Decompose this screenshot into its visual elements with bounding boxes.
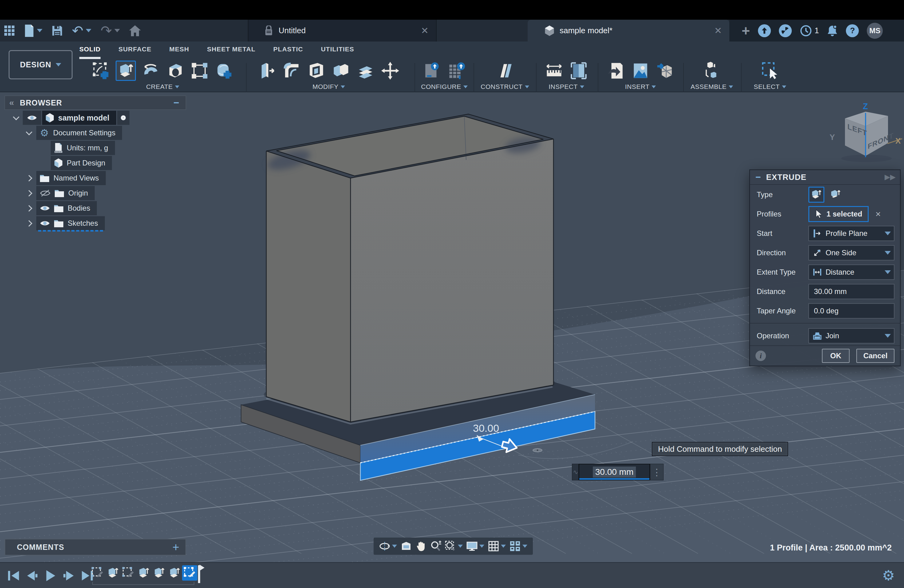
- app-grid-icon[interactable]: [4, 25, 15, 36]
- new-tab-plus-icon[interactable]: +: [742, 24, 750, 38]
- step-forward-icon[interactable]: [63, 569, 75, 582]
- timeline-extrude-feature[interactable]: [151, 565, 167, 581]
- timeline-sketch-feature[interactable]: [90, 565, 105, 581]
- shell-tool-icon[interactable]: [306, 60, 327, 81]
- chevron-down-icon[interactable]: [13, 114, 19, 120]
- timeline-extrude-feature[interactable]: [167, 565, 182, 581]
- tree-item-document-settings[interactable]: ⚙ Document Settings: [36, 126, 122, 140]
- dimension-value-input[interactable]: 30.00 mm: [579, 464, 650, 481]
- tree-item-named-views[interactable]: Named Views: [36, 171, 106, 185]
- box-left-face[interactable]: [266, 151, 351, 422]
- extent-type-dropdown[interactable]: Distance: [808, 264, 895, 280]
- construct-plane-icon[interactable]: [495, 60, 515, 81]
- group-label-modify[interactable]: MODIFY: [312, 83, 345, 90]
- comments-bar[interactable]: COMMENTS +: [5, 539, 186, 555]
- tree-item-units[interactable]: Units: mm, g: [51, 141, 115, 155]
- group-label-configure[interactable]: CONFIGURE: [421, 83, 468, 90]
- pan-icon[interactable]: [415, 540, 427, 552]
- new-component-icon[interactable]: [702, 60, 722, 81]
- viewport-canvas[interactable]: 30.00 « BROWSER − sample model: [0, 92, 904, 562]
- zoom-window-icon[interactable]: [444, 540, 463, 552]
- collapse-panel-icon[interactable]: «: [9, 98, 14, 107]
- chevron-right-icon[interactable]: [26, 205, 32, 211]
- user-avatar[interactable]: MS: [867, 23, 883, 39]
- help-icon[interactable]: ?: [846, 24, 859, 37]
- expand-dialog-icon[interactable]: ▶▶: [885, 173, 896, 181]
- ribbon-tab-plastic[interactable]: PLASTIC: [273, 41, 303, 59]
- ribbon-tab-utilities[interactable]: UTILITIES: [321, 41, 354, 59]
- info-icon[interactable]: i: [755, 351, 766, 361]
- add-comment-icon[interactable]: +: [172, 541, 179, 554]
- create-form-icon[interactable]: [214, 60, 234, 81]
- offset-face-tool-icon[interactable]: [356, 60, 376, 81]
- move-tool-icon[interactable]: [380, 60, 400, 81]
- chevron-down-icon[interactable]: [26, 128, 32, 135]
- eye-icon[interactable]: [40, 220, 50, 227]
- look-at-icon[interactable]: [400, 540, 412, 552]
- profiles-selection-button[interactable]: 1 selected: [808, 206, 869, 222]
- clear-selection-icon[interactable]: ×: [876, 209, 881, 219]
- close-tab-icon[interactable]: ✕: [421, 25, 428, 36]
- insert-image-icon[interactable]: [631, 60, 651, 81]
- viewports-icon[interactable]: [509, 540, 528, 552]
- minimize-browser-icon[interactable]: −: [174, 97, 180, 109]
- step-back-icon[interactable]: [26, 569, 38, 582]
- type-thin-extrude-button[interactable]: [827, 187, 844, 203]
- orbit-icon[interactable]: [379, 540, 398, 552]
- collapse-dialog-icon[interactable]: −: [755, 172, 761, 182]
- measure-tool-icon[interactable]: [544, 60, 564, 81]
- start-dropdown[interactable]: Profile Plane: [808, 226, 895, 241]
- home-button[interactable]: [129, 25, 141, 36]
- ribbon-tab-surface[interactable]: SURFACE: [119, 41, 151, 59]
- eye-icon[interactable]: [40, 205, 50, 212]
- close-tab-icon[interactable]: ✕: [714, 25, 722, 36]
- press-pull-tool-icon[interactable]: [257, 60, 277, 81]
- create-sketch-icon[interactable]: [91, 60, 111, 81]
- tree-item-sample-model[interactable]: sample model: [42, 111, 116, 125]
- ok-button[interactable]: OK: [822, 349, 850, 363]
- pattern-tool-icon[interactable]: [190, 60, 210, 81]
- chevron-right-icon[interactable]: [26, 190, 32, 196]
- timeline-settings-gear-icon[interactable]: ⚙: [882, 567, 895, 584]
- combine-tool-icon[interactable]: [331, 60, 351, 81]
- hole-tool-icon[interactable]: [165, 60, 185, 81]
- timeline-active-sketch-feature[interactable]: [182, 565, 198, 581]
- undo-button[interactable]: ↶: [72, 24, 91, 38]
- ribbon-tab-mesh[interactable]: MESH: [169, 41, 190, 59]
- group-label-construct[interactable]: CONSTRUCT: [480, 83, 529, 90]
- operation-dropdown[interactable]: Join: [808, 328, 895, 343]
- timeline-position-marker[interactable]: [198, 565, 200, 583]
- select-tool-icon[interactable]: [760, 60, 780, 81]
- ribbon-tab-sheet-metal[interactable]: SHEET METAL: [207, 41, 256, 59]
- activate-component-radio[interactable]: [117, 111, 130, 125]
- ribbon-tab-solid[interactable]: SOLID: [79, 41, 101, 59]
- taper-angle-input[interactable]: 0.0 deg: [808, 303, 895, 319]
- group-label-insert[interactable]: INSERT: [625, 83, 656, 90]
- extensions-icon[interactable]: [779, 24, 792, 37]
- job-status-icon[interactable]: 1: [800, 25, 819, 37]
- insert-derive-icon[interactable]: [606, 60, 626, 81]
- type-extrude-button[interactable]: [808, 187, 824, 203]
- tree-item-sketches[interactable]: Sketches: [36, 216, 105, 230]
- extrude-dialog-header[interactable]: − EXTRUDE ▶▶: [750, 170, 900, 185]
- eye-slash-icon[interactable]: [40, 189, 51, 197]
- timeline-sketch-feature[interactable]: [120, 565, 136, 581]
- tree-item-bodies[interactable]: Bodies: [36, 201, 97, 215]
- group-label-assemble[interactable]: ASSEMBLE: [691, 83, 733, 90]
- timeline-extrude-feature[interactable]: [136, 565, 151, 581]
- dimension-label[interactable]: 30.00: [473, 422, 499, 434]
- new-file-button[interactable]: [24, 25, 43, 37]
- play-icon[interactable]: [44, 569, 57, 582]
- redo-button[interactable]: ↷: [101, 24, 120, 38]
- group-label-select[interactable]: SELECT: [754, 83, 786, 90]
- display-settings-icon[interactable]: [466, 540, 485, 552]
- configure-part-icon[interactable]: [422, 60, 442, 81]
- save-button[interactable]: [52, 25, 63, 36]
- box-front-face[interactable]: [351, 139, 553, 422]
- cancel-button[interactable]: Cancel: [857, 349, 895, 363]
- input-options-icon[interactable]: ⋮: [650, 464, 664, 481]
- group-label-create[interactable]: CREATE: [146, 83, 179, 90]
- grid-settings-icon[interactable]: [487, 540, 506, 552]
- chevron-right-icon[interactable]: [26, 220, 32, 226]
- timeline-extrude-feature[interactable]: [105, 565, 120, 581]
